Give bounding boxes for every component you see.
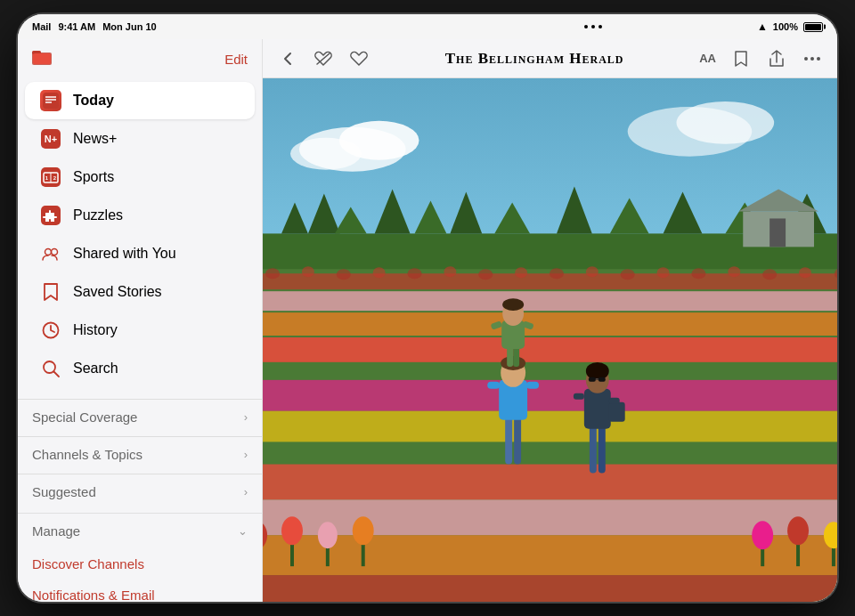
main-content: Edit Today <box>18 39 837 602</box>
suggested-row[interactable]: Suggested › <box>18 474 262 509</box>
article-image <box>263 78 837 602</box>
notifications-email-item[interactable]: Notifications & Email <box>18 580 262 602</box>
sidebar-item-sports[interactable]: 1 2 Sports <box>25 158 255 196</box>
edit-button[interactable]: Edit <box>224 52 248 67</box>
status-time: 9:41 AM <box>58 21 95 32</box>
today-icon <box>39 89 62 112</box>
sidebar-item-newsplus[interactable]: N+ News+ <box>25 120 255 158</box>
history-label: History <box>73 322 118 338</box>
bookmark-button[interactable] <box>727 45 755 73</box>
back-button[interactable] <box>273 45 302 73</box>
svg-rect-97 <box>598 377 606 382</box>
svg-point-15 <box>45 249 52 255</box>
svg-point-23 <box>817 57 820 61</box>
svg-rect-81 <box>487 382 500 389</box>
sidebar-item-shared[interactable]: Shared with You <box>25 235 255 272</box>
svg-rect-45 <box>770 218 786 247</box>
newsplus-label: News+ <box>73 131 117 147</box>
sidebar-item-saved[interactable]: Saved Stories <box>25 273 255 311</box>
svg-point-74 <box>799 267 811 278</box>
svg-line-19 <box>54 372 60 377</box>
status-right-icons: ▲ 100% <box>757 20 823 33</box>
svg-rect-52 <box>263 380 837 411</box>
svg-point-108 <box>353 516 374 545</box>
channels-topics-label: Channels & Topics <box>32 447 142 462</box>
discover-channels-item[interactable]: Discover Channels <box>18 548 262 580</box>
svg-rect-99 <box>574 393 584 400</box>
wifi-icon: ▲ <box>757 20 768 33</box>
font-size-button[interactable]: AA <box>696 45 720 73</box>
svg-point-70 <box>657 267 670 278</box>
sidebar-item-puzzles[interactable]: Puzzles <box>25 197 255 234</box>
sidebar-item-history[interactable]: History <box>25 312 255 349</box>
svg-point-69 <box>621 269 635 280</box>
svg-point-61 <box>337 269 351 280</box>
article-toolbar: The Bellingham Herald AA <box>263 39 837 78</box>
puzzles-icon <box>39 204 62 227</box>
article-area: The Bellingham Herald AA <box>263 39 837 602</box>
svg-point-67 <box>550 268 564 279</box>
svg-rect-51 <box>263 362 837 380</box>
history-icon <box>39 319 62 342</box>
status-bar: Mail 9:41 AM Mon Jun 10 ▲ 100% <box>18 14 837 39</box>
svg-point-27 <box>290 138 362 170</box>
svg-rect-76 <box>505 416 512 465</box>
share-button[interactable] <box>762 45 791 73</box>
svg-point-87 <box>502 298 524 311</box>
channels-topics-chevron: › <box>244 448 248 461</box>
svg-point-112 <box>787 516 809 545</box>
sidebar-item-today[interactable]: Today <box>25 82 255 119</box>
shared-icon <box>39 242 62 265</box>
svg-point-63 <box>408 268 422 279</box>
article-publication-title: The Bellingham Herald <box>377 50 692 68</box>
svg-point-106 <box>318 522 338 548</box>
svg-point-104 <box>281 516 303 545</box>
svg-rect-48 <box>263 291 837 311</box>
like-button[interactable] <box>345 45 373 73</box>
folder-icon[interactable] <box>32 48 53 70</box>
manage-header[interactable]: Manage ⌄ <box>18 514 262 548</box>
more-button[interactable] <box>798 45 826 73</box>
svg-rect-54 <box>263 442 837 465</box>
sidebar-item-search[interactable]: Search <box>25 350 255 387</box>
status-date: Mon Jun 10 <box>102 21 429 32</box>
sports-icon: 1 2 <box>39 166 62 189</box>
suggested-label: Suggested <box>32 484 96 499</box>
svg-point-62 <box>373 267 386 278</box>
svg-point-64 <box>444 266 456 277</box>
shared-label: Shared with You <box>73 246 176 262</box>
special-coverage-row[interactable]: Special Coverage › <box>18 399 262 434</box>
dislike-button[interactable] <box>309 45 338 73</box>
manage-label: Manage <box>32 523 80 539</box>
svg-point-68 <box>586 266 598 277</box>
puzzles-label: Puzzles <box>73 207 123 223</box>
svg-rect-96 <box>589 377 596 382</box>
svg-point-110 <box>752 521 773 549</box>
svg-point-59 <box>265 268 280 279</box>
svg-point-22 <box>810 57 814 61</box>
status-mail: Mail <box>32 21 51 32</box>
search-label: Search <box>73 361 118 377</box>
battery-indicator <box>803 22 823 32</box>
saved-label: Saved Stories <box>73 284 162 300</box>
ipad-device: Mail 9:41 AM Mon Jun 10 ▲ 100% <box>18 14 837 602</box>
svg-rect-49 <box>263 312 837 336</box>
svg-rect-58 <box>263 575 837 602</box>
svg-rect-53 <box>263 411 837 442</box>
svg-point-73 <box>762 269 777 280</box>
svg-point-66 <box>515 267 527 278</box>
toolbar-left <box>273 45 373 73</box>
today-label: Today <box>73 93 114 109</box>
status-dots <box>430 25 757 28</box>
svg-rect-77 <box>514 416 521 465</box>
manage-items: Discover Channels Notifications & Email … <box>18 548 262 602</box>
svg-rect-92 <box>584 389 611 429</box>
svg-rect-56 <box>263 499 837 535</box>
svg-point-60 <box>302 266 314 277</box>
svg-point-29 <box>677 101 775 144</box>
svg-point-71 <box>691 268 705 279</box>
battery-percent: 100% <box>773 21 798 32</box>
svg-rect-2 <box>33 53 51 64</box>
channels-topics-row[interactable]: Channels & Topics › <box>18 436 262 472</box>
sidebar-nav: Today N+ News+ <box>18 77 262 392</box>
